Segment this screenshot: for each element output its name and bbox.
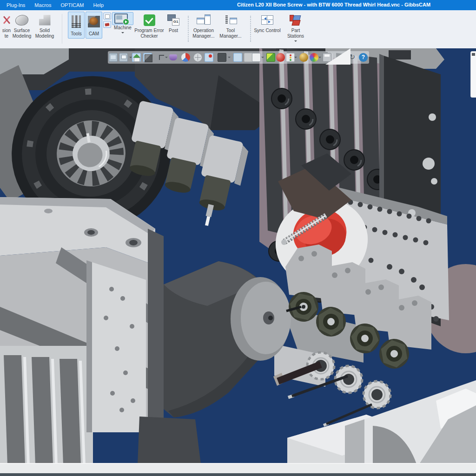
mini-button-column: [103, 13, 111, 28]
ribbon-group-separator: [188, 16, 190, 42]
solid-modeling-icon: [39, 15, 51, 26]
tools-button[interactable]: Tools: [68, 12, 85, 39]
solid-modeling-button[interactable]: SolidModeling: [33, 12, 57, 46]
question-help-icon[interactable]: ?: [359, 53, 368, 62]
machine-dropdown-caret-icon[interactable]: [121, 32, 124, 35]
ribbon-separator: [62, 14, 62, 44]
outline-cube-icon[interactable]: [252, 53, 261, 62]
machine-simulation-scene[interactable]: [0, 48, 476, 476]
part-stations-dropdown-caret-icon[interactable]: [294, 40, 297, 43]
red-blue-pie-icon[interactable]: [181, 53, 190, 62]
gibbscam-window: Plug-Ins Macros OPTICAM Help Citizen L20…: [0, 0, 476, 476]
gold-sphere-icon[interactable]: [299, 53, 308, 62]
viewport-3d[interactable]: ?: [0, 48, 476, 476]
machine-simulation-button[interactable]: Machine: [112, 12, 133, 46]
play-icon: [123, 19, 129, 25]
sync-control-button[interactable]: Sync Control: [253, 12, 282, 46]
cube-dropdown-caret-icon[interactable]: [261, 57, 264, 60]
tools-icon: [72, 15, 81, 28]
operation-manager-icon: [197, 14, 211, 26]
operation-manager-button[interactable]: OperationManager...: [191, 12, 217, 46]
menu-bar: Plug-Ins Macros OPTICAM Help: [2, 0, 108, 10]
program-error-checker-button[interactable]: Program ErrorChecker: [134, 12, 165, 46]
tool-manager-button[interactable]: ToolManager...: [218, 12, 244, 46]
part-stations-icon: [289, 14, 302, 26]
compass-axis-icon[interactable]: [193, 53, 202, 62]
camera-views-icon[interactable]: [119, 53, 128, 62]
flyout-red-button[interactable]: [103, 21, 111, 28]
menu-plugins[interactable]: Plug-Ins: [2, 2, 30, 8]
dark-swatch-icon[interactable]: [218, 53, 226, 62]
red-dot-marker-icon[interactable]: [205, 53, 213, 62]
cam-icon: [88, 16, 100, 27]
left-machine-casting: [0, 197, 164, 465]
viewport-bottom-strip: [0, 463, 476, 476]
menu-macros[interactable]: Macros: [30, 2, 56, 8]
sync-control-icon: [261, 15, 273, 25]
part-stations-button[interactable]: Part Stations: [283, 12, 309, 46]
swatch-dropdown-caret-icon[interactable]: [228, 57, 231, 60]
house-view-icon[interactable]: [132, 53, 141, 62]
flyout-white-button[interactable]: [103, 13, 111, 20]
palette-dropdown-caret-icon[interactable]: [318, 57, 321, 60]
clipped-side-panel: [470, 51, 476, 98]
menu-opticam[interactable]: OPTICAM: [56, 2, 88, 8]
printer-icon[interactable]: [323, 53, 331, 62]
menu-help[interactable]: Help: [89, 2, 109, 8]
green-cube-icon[interactable]: [266, 53, 275, 62]
color-palette-sphere-icon[interactable]: [310, 53, 318, 62]
cam-button[interactable]: CAM: [86, 12, 102, 39]
green-checkmark-icon: [144, 14, 155, 26]
title-bar: Plug-Ins Macros OPTICAM Help Citizen L20…: [0, 0, 476, 10]
machine-simulation-icon: [114, 13, 128, 24]
spindle-support: [138, 416, 201, 464]
ribbon-group-separator: [250, 16, 252, 42]
yellow-cube-icon[interactable]: [233, 53, 242, 62]
purple-solid-icon[interactable]: [169, 54, 177, 60]
post-g1-icon: G1: [167, 14, 179, 26]
surface-modeling-button[interactable]: SurfaceModeling: [8, 12, 35, 46]
traffic-light-icon[interactable]: [286, 53, 295, 62]
traffic-dropdown-caret-icon[interactable]: [294, 57, 297, 60]
arrow-dropdown-caret-icon[interactable]: [165, 57, 168, 60]
window-title: Citizen L20 XII Bone Screw - with BTW 60…: [237, 2, 430, 7]
ribbon-toolbar: sionte SurfaceModeling SolidModeling Too…: [0, 10, 476, 49]
dark-cube-view-icon[interactable]: [143, 53, 152, 62]
surface-modeling-icon: [15, 14, 29, 26]
tool-manager-icon: [225, 14, 237, 26]
monitor-view-icon[interactable]: [109, 53, 118, 62]
red-sphere-icon[interactable]: [276, 53, 285, 62]
post-button[interactable]: G1 Post: [165, 12, 181, 46]
